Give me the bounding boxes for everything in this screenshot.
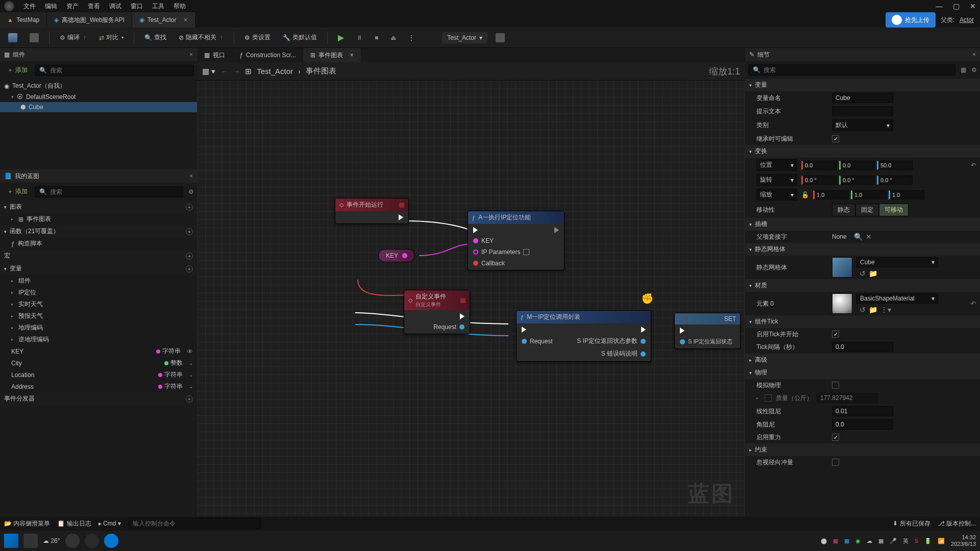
scale-z-input[interactable] [889,190,924,199]
gear-icon[interactable]: ⚙ [188,188,194,195]
eye-icon[interactable]: 👁 [187,348,193,355]
play-options-button[interactable]: ⋮ [404,32,419,43]
var-group-components[interactable]: ▸组件 [0,275,197,287]
window-maximize-icon[interactable]: ▢ [953,2,960,10]
revert-icon[interactable]: ↶ [971,300,976,307]
ignore-radial-checkbox[interactable] [832,459,839,466]
exec-in-pin[interactable] [680,328,684,334]
var-name-input[interactable] [832,93,893,103]
browse-icon[interactable]: 📁 [869,269,877,278]
section-advanced[interactable]: ▸高级 [745,354,980,366]
output-log-button[interactable]: 📋 输出日志 [57,519,91,528]
clock[interactable]: 14:32 2023/6/13 [951,534,976,547]
loc-y-input[interactable] [839,161,875,170]
source-control-button[interactable]: ⎇ 版本控制... [938,519,976,528]
struct-in-pin[interactable] [522,339,527,344]
tab-constructionscript[interactable]: ƒConstruction Scr... [232,48,303,62]
tab-testactor[interactable]: ◉ Test_Actor × [132,12,195,28]
cloud-upload-button[interactable]: ☁ 抢先上传 [886,12,936,28]
rot-x-input[interactable] [801,176,837,185]
mass-override-checkbox[interactable] [765,394,772,402]
default-value-input[interactable] [523,249,529,255]
loc-x-input[interactable] [801,161,837,170]
close-icon[interactable]: × [189,172,193,180]
grid-icon[interactable]: ▦ [961,66,966,73]
revert-icon[interactable]: ↶ [971,162,976,169]
delegate-pin[interactable] [473,261,478,266]
section-sockets[interactable]: ▾插槽 [745,218,980,231]
section-physics[interactable]: ▾物理 [745,366,980,379]
var-key[interactable]: KEY字符串👁 [0,345,197,357]
taskbar-obs-icon[interactable] [85,534,99,548]
tray-battery-icon[interactable]: 🔋 [924,538,932,544]
window-close-icon[interactable]: ✕ [970,2,976,10]
tray-icon[interactable]: ☁ [867,538,872,544]
chevron-down-icon[interactable]: ⌄ [189,384,193,389]
compile-button[interactable]: ⚙ 编译 ⋮ [56,31,91,44]
details-panel-tab[interactable]: ✎ 细节 × [745,48,980,61]
bp-search-input[interactable]: 🔍 [35,186,183,197]
staticmesh-dropdown[interactable]: Cube▾ [856,257,938,267]
struct-out-pin[interactable] [641,339,646,344]
node-ip-function[interactable]: ƒA一执行IP定位功能 KEY IP Parameters Callback [468,211,565,270]
material-dropdown[interactable]: BasicShapeMaterial▾ [856,293,938,304]
section-eventdispatchers[interactable]: 事件分发器+ [0,392,197,405]
taskbar-edge-icon[interactable] [104,534,118,548]
use-icon[interactable]: ↺ [860,306,866,314]
save-button[interactable] [4,31,21,44]
string-pin[interactable] [473,249,478,255]
tab-viewport[interactable]: ▦视口 [197,48,232,62]
menu-window[interactable]: 窗口 [131,2,143,11]
find-button[interactable]: 🔍 查找 [140,31,170,44]
window-minimize-icon[interactable]: ― [936,2,943,10]
cmd-dropdown[interactable]: ▸ Cmd ▾ [99,520,121,527]
mobility-segmented[interactable]: 静态固定可移动 [832,204,909,216]
section-materials[interactable]: ▾材质 [745,279,980,292]
location-dropdown[interactable]: 位置▾ [756,159,797,171]
node-var-key[interactable]: KEY [378,249,415,262]
menu-tools[interactable]: 工具 [152,2,164,11]
tooltip-input[interactable] [832,106,893,116]
var-group-geo[interactable]: ▸地理编码 [0,322,197,334]
scale-x-input[interactable] [813,190,849,199]
tab-eventgraph[interactable]: ⊞事件图表× [303,48,361,62]
close-tab-icon[interactable]: × [183,16,187,24]
string-out-pin[interactable] [402,253,407,258]
bp-constructionscript[interactable]: ƒ构造脚本 [0,238,197,249]
diff-button[interactable]: ⇄ 对比▾ [95,31,128,44]
lock-icon[interactable]: 🔓 [801,191,809,198]
string-pin[interactable] [473,238,478,243]
browse-icon[interactable]: 📁 [869,306,877,314]
exec-out-pin[interactable] [554,227,559,233]
add-component-button[interactable]: ＋ 添加 [3,64,32,76]
menu-help[interactable]: 帮助 [174,2,186,11]
menu-asset[interactable]: 资产 [66,2,79,11]
ime-indicator[interactable]: 英 [903,537,909,545]
rot-z-input[interactable] [877,176,913,185]
nav-back-icon[interactable]: ← [220,67,228,76]
var-city[interactable]: City整数⌄ [0,357,197,369]
chevron-down-icon[interactable]: ⌄ [189,360,193,366]
scale-dropdown[interactable]: 缩放▾ [756,189,797,201]
play-button[interactable]: ▶ [334,31,348,44]
node-ip-wrapper[interactable]: ƒM一IP定位调用封装 RequestS IP定位返回状态参数 S 错误码说明 [516,310,651,362]
myblueprint-panel-tab[interactable]: 📘 我的蓝图 × [0,169,197,183]
taskbar-app[interactable] [23,534,38,548]
class-settings-button[interactable]: ⚙ 类设置 [240,31,275,44]
browse-icon[interactable]: 🔍 [854,233,863,241]
gear-icon[interactable]: ⚙ [971,66,977,73]
class-defaults-button[interactable]: 🔧 类默认值 [279,31,321,44]
exec-out-pin[interactable] [460,313,464,319]
section-variables[interactable]: ▾变量+ [0,262,197,275]
node-custom-event[interactable]: ◇自定义事件自定义事件 Request [404,290,470,334]
parent-class-link[interactable]: Actor [960,16,974,23]
components-panel-tab[interactable]: ▦ 组件 × [0,48,197,61]
close-icon[interactable]: × [189,51,193,58]
add-icon[interactable]: + [186,253,193,260]
linear-damping-input[interactable] [832,406,893,416]
tray-icon[interactable]: ⬤ [821,538,827,544]
clear-icon[interactable]: ✕ [866,233,872,241]
section-functions[interactable]: ▾函数（21可覆盖）+ [0,225,197,238]
tick-interval-input[interactable] [832,342,893,352]
var-group-rtweather[interactable]: ▸实时天气 [0,298,197,310]
